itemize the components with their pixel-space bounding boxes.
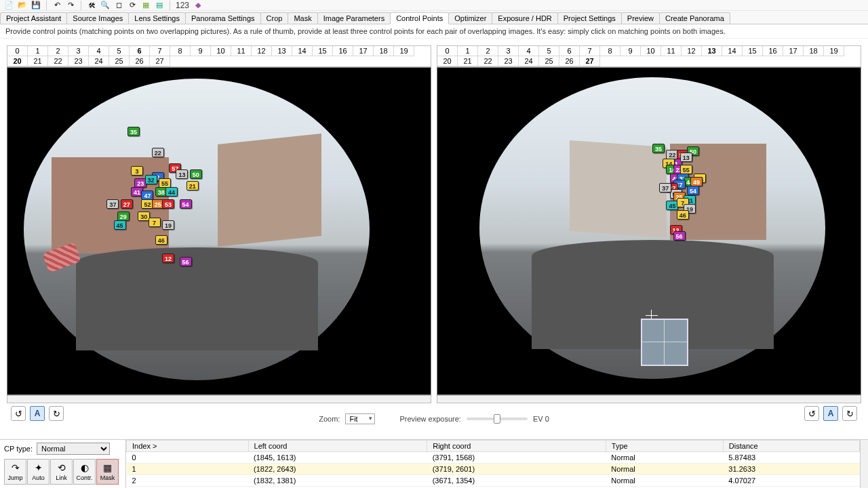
- cp-marker-55[interactable]: 55: [680, 165, 692, 174]
- zoom-combo[interactable]: Fit: [345, 413, 375, 424]
- new-icon[interactable]: 📄: [4, 1, 14, 10]
- right-hscroll[interactable]: [437, 395, 861, 403]
- refresh-icon[interactable]: ⟳: [127, 1, 137, 10]
- table-icon[interactable]: ▤: [155, 1, 164, 10]
- image-index-14[interactable]: 14: [292, 46, 313, 56]
- cp-marker-54[interactable]: 54: [180, 199, 192, 209]
- table-row[interactable]: 2(1832, 1381)(3671, 1354)Normal4.07027: [127, 475, 860, 487]
- tab-lens-settings[interactable]: Lens Settings: [128, 12, 186, 24]
- cp-marker-56[interactable]: 56: [673, 231, 686, 241]
- image-index-6[interactable]: 6: [130, 46, 150, 56]
- tool-contr[interactable]: ◐Contr.: [73, 459, 96, 485]
- image-index-17[interactable]: 17: [353, 46, 374, 56]
- tab-exposure-hdr[interactable]: Exposure / HDR: [492, 12, 557, 24]
- image-index-1[interactable]: 1: [28, 46, 48, 56]
- tool-mask[interactable]: ▦Mask: [96, 459, 119, 485]
- cp-marker-13[interactable]: 13: [680, 152, 692, 162]
- image-index-18[interactable]: 18: [804, 46, 824, 56]
- image-index-7[interactable]: 7: [580, 46, 600, 56]
- image-index-3[interactable]: 3: [498, 46, 519, 56]
- tab-project-settings[interactable]: Project Settings: [557, 12, 622, 24]
- table-vscroll[interactable]: [860, 440, 868, 488]
- table-row[interactable]: 1(1822, 2643)(3719, 2601)Normal31.2633: [127, 464, 860, 475]
- col-right-coord[interactable]: Right coord: [427, 441, 606, 452]
- left-image-view[interactable]: 3522575032132332554147384421522553543727…: [7, 67, 431, 395]
- open-icon[interactable]: 📂: [18, 1, 27, 10]
- tool-jump[interactable]: ↷Jump: [4, 459, 26, 485]
- cp-marker-47[interactable]: 47: [141, 190, 153, 200]
- image-index-6[interactable]: 6: [559, 46, 580, 56]
- image-index-15[interactable]: 15: [313, 46, 333, 56]
- image-index-10[interactable]: 10: [641, 46, 661, 56]
- exposure-slider[interactable]: [467, 418, 528, 420]
- image-index-21[interactable]: 21: [28, 56, 48, 66]
- left-image-selector[interactable]: 0123456789101112131415161718192021222324…: [7, 45, 431, 67]
- image-index-20[interactable]: 20: [437, 56, 458, 66]
- image-index-13[interactable]: 13: [272, 46, 292, 56]
- cp-marker-35[interactable]: 35: [652, 144, 665, 153]
- image-index-0[interactable]: 0: [437, 46, 458, 56]
- image-index-3[interactable]: 3: [68, 46, 89, 56]
- cp-marker-46[interactable]: 46: [677, 210, 689, 220]
- image-index-17[interactable]: 17: [783, 46, 804, 56]
- image-index-18[interactable]: 18: [374, 46, 394, 56]
- cp-marker-19[interactable]: 19: [162, 220, 174, 230]
- image-index-7[interactable]: 7: [150, 46, 170, 56]
- tab-preview[interactable]: Preview: [621, 12, 660, 24]
- cp-marker-49[interactable]: 49: [690, 177, 703, 186]
- cp-marker-29[interactable]: 29: [117, 211, 130, 221]
- cp-type-select[interactable]: Normal: [37, 443, 110, 455]
- tool-auto[interactable]: ✦Auto: [27, 459, 50, 485]
- image-index-20[interactable]: 20: [7, 56, 28, 66]
- image-index-13[interactable]: 13: [702, 46, 722, 56]
- grid-icon[interactable]: ▦: [141, 1, 151, 10]
- zoom-in-icon[interactable]: 🔍: [100, 1, 110, 10]
- tab-optimizer[interactable]: Optimizer: [448, 12, 492, 24]
- image-index-22[interactable]: 22: [478, 56, 498, 66]
- cp-marker-21[interactable]: 21: [186, 181, 199, 190]
- cp-table[interactable]: Index >Left coordRight coordTypeDistance…: [125, 440, 860, 488]
- image-index-24[interactable]: 24: [519, 56, 539, 66]
- zoom-fit-icon[interactable]: ◻: [114, 1, 123, 10]
- image-index-11[interactable]: 11: [661, 46, 682, 56]
- col-index-[interactable]: Index >: [127, 441, 249, 452]
- cp-marker-12[interactable]: 12: [162, 253, 174, 263]
- image-index-4[interactable]: 4: [89, 46, 109, 56]
- cp-marker-3[interactable]: 3: [131, 166, 143, 176]
- image-index-11[interactable]: 11: [231, 46, 252, 56]
- tab-project-assistant[interactable]: Project Assistant: [0, 12, 67, 24]
- image-index-19[interactable]: 19: [824, 46, 844, 56]
- image-index-27[interactable]: 27: [150, 56, 170, 66]
- cp-marker-55[interactable]: 55: [159, 178, 171, 188]
- image-index-8[interactable]: 8: [170, 46, 191, 56]
- cp-marker-45[interactable]: 45: [114, 220, 126, 230]
- cp-marker-7[interactable]: 7: [149, 218, 161, 227]
- image-index-16[interactable]: 16: [333, 46, 353, 56]
- col-distance[interactable]: Distance: [723, 441, 859, 452]
- image-index-23[interactable]: 23: [498, 56, 519, 66]
- image-index-2[interactable]: 2: [48, 46, 68, 56]
- image-index-27[interactable]: 27: [580, 56, 600, 66]
- image-index-10[interactable]: 10: [211, 46, 231, 56]
- tab-source-images[interactable]: Source Images: [66, 12, 129, 24]
- left-hscroll[interactable]: [7, 395, 431, 403]
- cp-marker-35[interactable]: 35: [127, 127, 140, 136]
- cp-marker-37[interactable]: 37: [106, 199, 119, 209]
- image-index-14[interactable]: 14: [722, 46, 743, 56]
- redo-icon[interactable]: ↷: [66, 1, 75, 10]
- cp-marker-32[interactable]: 32: [145, 175, 157, 184]
- image-index-25[interactable]: 25: [109, 56, 130, 66]
- tool-link[interactable]: ⟲Link: [50, 459, 73, 485]
- right-image-selector[interactable]: 0123456789101112131415161718192021222324…: [437, 45, 861, 67]
- right-image-view[interactable]: 3522575031314162355413831444749542752253…: [437, 67, 861, 395]
- cp-marker-13[interactable]: 13: [176, 169, 188, 179]
- image-index-12[interactable]: 12: [252, 46, 272, 56]
- cp-marker-50[interactable]: 50: [190, 169, 202, 179]
- tab-crop[interactable]: Crop: [260, 12, 289, 24]
- cp-marker-56[interactable]: 56: [180, 257, 192, 266]
- cp-marker-37[interactable]: 37: [659, 183, 671, 192]
- image-index-0[interactable]: 0: [7, 46, 28, 56]
- tab-image-parameters[interactable]: Image Parameters: [317, 12, 391, 24]
- image-index-12[interactable]: 12: [682, 46, 702, 56]
- image-index-16[interactable]: 16: [763, 46, 783, 56]
